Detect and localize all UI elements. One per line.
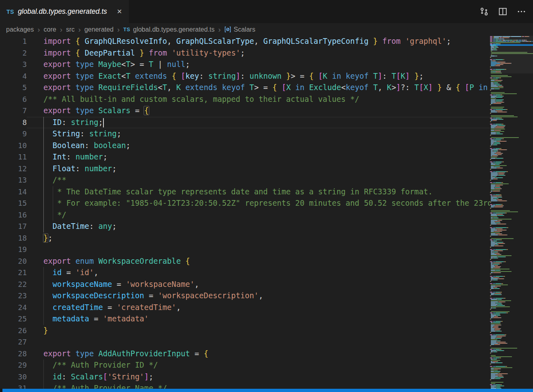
line-number: 15	[0, 198, 27, 209]
indent-guide	[43, 186, 44, 198]
line-number: 9	[0, 128, 27, 140]
code-line-18[interactable]: 18};	[0, 233, 490, 244]
code-line-21[interactable]: 21 id = 'id',	[0, 267, 490, 279]
line-number: 4	[0, 71, 27, 82]
split-editor-icon[interactable]	[496, 6, 509, 18]
vscode-window: TS global.db.types.generated.ts ✕	[0, 0, 533, 392]
editor-group: 1import { GraphQLResolveInfo, GraphQLSca…	[0, 36, 533, 389]
minimap-slider[interactable]	[490, 36, 533, 73]
indent-guide	[43, 198, 44, 209]
code-line-9[interactable]: 9 String: string;	[0, 128, 490, 140]
line-number: 28	[0, 348, 27, 360]
breadcrumb-item-generated[interactable]: generated	[84, 26, 114, 33]
line-number: 2	[0, 47, 27, 59]
chevron-right-icon: ›	[218, 26, 221, 33]
indent-guide	[43, 174, 44, 186]
indent-guide	[43, 371, 44, 383]
indent-guide	[43, 117, 44, 129]
line-number: 14	[0, 186, 27, 198]
breadcrumb-item-src[interactable]: src	[66, 26, 75, 33]
code-line-27[interactable]: 27	[0, 336, 490, 348]
code-line-3[interactable]: 3export type Maybe<T> = T | null;	[0, 59, 490, 71]
open-changes-icon[interactable]	[478, 6, 490, 18]
line-number: 30	[0, 371, 27, 383]
code-line-30[interactable]: 30 id: Scalars['String'];	[0, 371, 490, 383]
code-line-25[interactable]: 25 metadata = 'metadata'	[0, 313, 490, 325]
code-line-22[interactable]: 22 workspaceName = 'workspaceName',	[0, 279, 490, 291]
indent-guide	[53, 209, 53, 221]
chevron-right-icon: ›	[78, 26, 81, 33]
breadcrumb-symbol-scalars[interactable]: Scalars	[234, 26, 255, 33]
code-line-14[interactable]: 14 * The DateTime scalar type represents…	[0, 186, 490, 198]
panel-top-border	[0, 389, 533, 392]
code-line-24[interactable]: 24 createdTime = 'createdTime',	[0, 302, 490, 314]
breadcrumb-item-core[interactable]: core	[44, 26, 56, 33]
code-line-10[interactable]: 10 Boolean: boolean;	[0, 140, 490, 152]
typescript-icon: TS	[123, 27, 130, 32]
breadcrumb: packages›core›src›generated›TSglobal.db.…	[0, 23, 533, 36]
line-number: 7	[0, 105, 27, 117]
chevron-right-icon: ›	[38, 26, 40, 33]
tab-global-db-types-generated[interactable]: TS global.db.types.generated.ts ✕	[0, 0, 129, 23]
code-line-12[interactable]: 12 Float: number;	[0, 163, 490, 175]
breadcrumb-file[interactable]: global.db.types.generated.ts	[133, 26, 215, 33]
accent-bar	[2, 389, 533, 392]
code-line-31[interactable]: 31 /** Auth Provider Name */	[0, 383, 490, 389]
breadcrumb-item-packages[interactable]: packages	[6, 26, 34, 33]
chevron-right-icon: ›	[117, 26, 120, 33]
code-line-20[interactable]: 20export enum WorkspaceOrderable {	[0, 256, 490, 267]
code-line-1[interactable]: 1import { GraphQLResolveInfo, GraphQLSca…	[0, 36, 490, 47]
line-number: 26	[0, 325, 27, 337]
tab-title: global.db.types.generated.ts	[18, 7, 107, 16]
code-line-19[interactable]: 19	[0, 244, 490, 256]
editor-actions	[478, 0, 533, 23]
tab-close-icon[interactable]: ✕	[115, 7, 124, 16]
code-line-23[interactable]: 23 workspaceDescription = 'workspaceDesc…	[0, 290, 490, 302]
indent-guide	[43, 383, 44, 389]
line-number: 8	[0, 117, 27, 129]
line-number: 10	[0, 140, 27, 152]
code-line-8[interactable]: 8 ID: string;	[0, 117, 490, 129]
indent-guide	[43, 221, 44, 233]
minimap[interactable]	[490, 36, 533, 389]
line-number: 19	[0, 244, 27, 256]
code-line-4[interactable]: 4export type Exact<T extends { [key: str…	[0, 71, 490, 82]
code-line-26[interactable]: 26}	[0, 325, 490, 337]
line-number: 13	[0, 174, 27, 186]
line-number: 22	[0, 279, 27, 291]
indent-guide	[43, 313, 44, 325]
line-number: 5	[0, 82, 27, 94]
indent-guide	[43, 128, 44, 140]
more-actions-icon[interactable]	[515, 6, 527, 18]
code-area[interactable]: 1import { GraphQLResolveInfo, GraphQLSca…	[0, 36, 490, 389]
indent-guide	[43, 151, 44, 163]
line-number: 25	[0, 313, 27, 325]
indent-guide	[43, 267, 44, 279]
code-line-16[interactable]: 16 */	[0, 209, 490, 221]
code-line-2[interactable]: 2import { DeepPartial } from 'utility-ty…	[0, 47, 490, 59]
indent-guide	[43, 302, 44, 314]
code-line-29[interactable]: 29 /** Auth Provider ID */	[0, 360, 490, 371]
code-line-11[interactable]: 11 Int: number;	[0, 151, 490, 163]
line-number: 18	[0, 233, 27, 244]
chevron-right-icon: ›	[60, 26, 62, 33]
code-line-7[interactable]: 7export type Scalars = {	[0, 105, 490, 117]
line-number: 23	[0, 290, 27, 302]
code-line-6[interactable]: 6/** All built-in and custom scalars, ma…	[0, 94, 490, 106]
indent-guide	[53, 198, 53, 209]
indent-guide	[53, 186, 53, 198]
text-cursor	[103, 118, 104, 127]
indent-guide	[43, 163, 44, 175]
line-number: 11	[0, 151, 27, 163]
indent-guide	[43, 290, 44, 302]
minimap-rows	[490, 36, 533, 389]
line-number: 3	[0, 59, 27, 71]
code-line-15[interactable]: 15 * For example: "1985-04-12T23:20:50.5…	[0, 198, 490, 209]
code-line-17[interactable]: 17 DateTime: any;	[0, 221, 490, 233]
line-number: 20	[0, 256, 27, 267]
indent-guide	[43, 209, 44, 221]
code-line-5[interactable]: 5export type RequireFields<T, K extends …	[0, 82, 490, 94]
line-number: 31	[0, 383, 27, 389]
code-line-28[interactable]: 28export type AddAuthProviderInput = {	[0, 348, 490, 360]
code-line-13[interactable]: 13 /**	[0, 174, 490, 186]
